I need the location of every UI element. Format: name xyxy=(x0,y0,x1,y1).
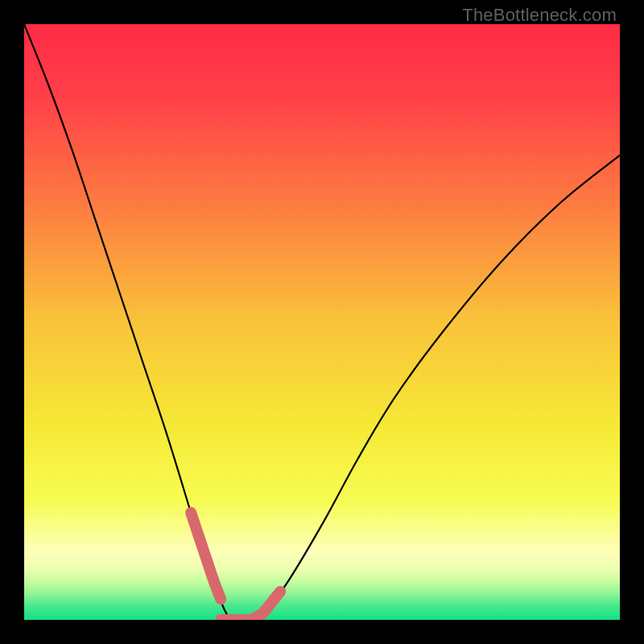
curve-layer xyxy=(24,24,620,620)
bottleneck-curve xyxy=(24,24,620,620)
highlight-right xyxy=(250,592,280,620)
plot-frame xyxy=(24,24,620,620)
highlight-left xyxy=(191,513,221,599)
watermark-text: TheBottleneck.com xyxy=(462,5,617,26)
